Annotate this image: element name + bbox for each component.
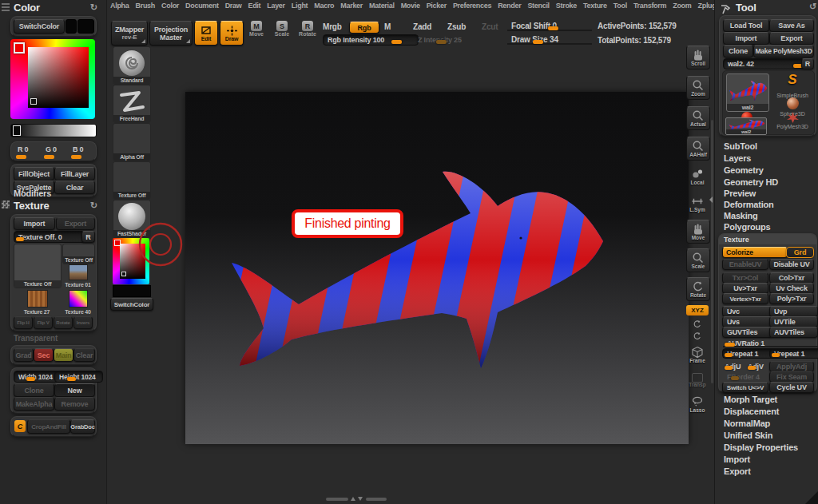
new-doc-button[interactable]: New [54, 383, 95, 397]
remove-texture-button[interactable]: Remove [54, 397, 95, 411]
texture-thumb-off[interactable]: Texture Off [62, 244, 95, 264]
section-layers[interactable]: Layers [724, 153, 751, 163]
texture-r-button[interactable]: R [81, 231, 95, 243]
applyadj-button[interactable]: ApplyAdj [769, 361, 814, 372]
adjv-slider[interactable]: AdjV [745, 361, 771, 371]
poly-txr-button[interactable]: Poly>Txr [769, 293, 814, 304]
flip-v-button[interactable]: Flip V [34, 316, 53, 329]
projection-master-button[interactable]: Projection Master [149, 21, 193, 46]
tool-export-button[interactable]: Export [769, 32, 814, 45]
menu-item-texture[interactable]: Texture [583, 2, 607, 10]
clone-tool-button[interactable]: Clone [723, 45, 753, 58]
focal-shift-slider[interactable]: Focal Shift 0 [506, 20, 593, 32]
color-picker-hue-square[interactable] [10, 39, 95, 119]
tray-actual-button[interactable]: Actual [686, 106, 710, 130]
zmapper-button[interactable]: ZMapper rev-E [111, 21, 148, 46]
texture-subpalette-header[interactable]: Texture [719, 234, 816, 244]
tray-scale-button[interactable]: Scale [686, 248, 710, 272]
clone-doc-button[interactable]: Clone [14, 383, 54, 397]
hrepeat-slider[interactable]: Hrepeat 1 [722, 348, 776, 359]
menu-item-zoom[interactable]: Zoom [673, 2, 691, 10]
z-intensity-slider[interactable]: Z Intensity 25 [413, 34, 509, 46]
tray-lsym-button[interactable]: L.Sym [686, 192, 709, 215]
color-refresh-icon[interactable]: ↻ [90, 2, 97, 13]
make-polymesh3d-button[interactable]: Make PolyMesh3D [753, 45, 814, 58]
uvtile-button[interactable]: UVTile [769, 316, 818, 327]
menu-item-render[interactable]: Render [498, 2, 521, 10]
rotate-texture-button[interactable]: Rotate [54, 316, 73, 329]
menu-item-document[interactable]: Document [185, 2, 219, 10]
zadd-toggle[interactable]: Zadd [413, 22, 431, 31]
section-polygroups[interactable]: Polygroups [724, 222, 771, 232]
switch-uv-button[interactable]: Switch U<>V [722, 382, 768, 393]
tray-collapse-arrow[interactable] [709, 196, 713, 203]
edit-mode-button[interactable]: Edit [194, 21, 218, 46]
menu-item-alpha[interactable]: Alpha [110, 2, 129, 10]
shelf-alpha-off[interactable]: Alpha Off [113, 123, 151, 161]
color-palette-dock-icon[interactable] [2, 2, 10, 12]
rgb-intensity-slider[interactable]: Rgb Intensity 100 [323, 34, 419, 46]
save-as-button[interactable]: Save As [769, 19, 814, 32]
draw-size-slider[interactable]: Draw Size 34 [506, 34, 593, 46]
menu-item-layer[interactable]: Layer [267, 2, 285, 10]
menu-item-stroke[interactable]: Stroke [556, 2, 577, 10]
tray-zoom-button[interactable]: Zoom [686, 76, 710, 100]
uvp-button[interactable]: Uvp [769, 306, 818, 317]
grd-button[interactable]: Grd [786, 247, 814, 258]
grabdoc-button[interactable]: GrabDoc [70, 419, 95, 434]
tray-frame-button[interactable]: Frame [686, 343, 709, 366]
menu-item-picker[interactable]: Picker [427, 2, 447, 10]
menu-item-movie[interactable]: Movie [401, 2, 420, 10]
tray-aahalf-button[interactable]: AAHalf [686, 137, 710, 161]
grad-button[interactable]: Grad [14, 348, 34, 362]
section-export[interactable]: Export [724, 466, 751, 476]
shelf-stroke-freehand[interactable]: FreeHand [113, 85, 151, 123]
vrepeat-slider[interactable]: Vrepeat 1 [769, 348, 818, 359]
tool-reset-icon[interactable]: ↺ [809, 2, 816, 12]
section-import[interactable]: Import [724, 454, 750, 464]
tool-thumb-selected[interactable]: wal2 [726, 73, 769, 112]
document-canvas[interactable]: Finished pinting [185, 92, 689, 444]
gradient-clear-button[interactable]: Clear [73, 348, 95, 362]
rgb-toggle[interactable]: Rgb [349, 22, 379, 34]
scroll-up-arrow[interactable] [351, 497, 355, 501]
disableuv-button[interactable]: Disable UV [769, 259, 814, 270]
guvtiles-button[interactable]: GUVTiles [722, 327, 772, 338]
main-color-button[interactable]: Main [54, 348, 73, 362]
menu-item-macro[interactable]: Macro [314, 2, 334, 10]
menu-item-material[interactable]: Material [369, 2, 395, 10]
section-geometry-hd[interactable]: Geometry HD [724, 177, 778, 187]
tray-xyz-button[interactable]: XYZ [686, 305, 709, 315]
section-unified-skin[interactable]: Unified Skin [724, 431, 772, 440]
r-slider[interactable]: R 0 [18, 145, 28, 153]
section-display-properties[interactable]: Display Properties [724, 442, 798, 452]
tool-r-button[interactable]: R [801, 58, 814, 69]
fborder-slider[interactable]: FBorder 4 [722, 371, 776, 382]
shelf-switchcolor-button[interactable]: SwitchColor [110, 298, 153, 311]
tray-divider-rail[interactable] [711, 120, 713, 383]
tool-polymesh3d[interactable]: PolyMesh3D [772, 112, 812, 133]
menu-item-edit[interactable]: Edit [248, 2, 260, 10]
menu-item-stencil[interactable]: Stencil [527, 2, 549, 10]
colorize-button[interactable]: Colorize [722, 247, 788, 258]
txr-col-button[interactable]: Txr>Col [722, 272, 768, 284]
uvs-button[interactable]: Uvs [722, 316, 772, 327]
tray-scroll-button[interactable]: Scroll [686, 46, 710, 69]
section-subtool[interactable]: SubTool [724, 141, 757, 151]
rotate-mode-button[interactable]: R Rotate [296, 21, 319, 44]
menu-item-color[interactable]: Color [161, 2, 179, 10]
section-preview[interactable]: Preview [724, 189, 756, 198]
scale-mode-button[interactable]: S Scale [271, 21, 293, 44]
enableuv-button[interactable]: EnableUV [722, 259, 768, 270]
menu-item-transform[interactable]: Transform [633, 2, 666, 10]
switchcolor-button[interactable]: SwitchColor [14, 19, 65, 34]
load-tool-button[interactable]: Load Tool [723, 19, 769, 32]
menu-item-brush[interactable]: Brush [136, 2, 156, 10]
fix-seam-button[interactable]: Fix Seam [769, 371, 814, 383]
tray-z-rotate-button[interactable] [689, 331, 705, 342]
h-scrollbar-right[interactable] [366, 498, 387, 501]
sec-color-button[interactable]: Sec [34, 348, 54, 362]
menu-item-tool[interactable]: Tool [614, 2, 627, 10]
zsub-toggle[interactable]: Zsub [447, 22, 466, 31]
flip-h-button[interactable]: Flip H [14, 316, 33, 329]
